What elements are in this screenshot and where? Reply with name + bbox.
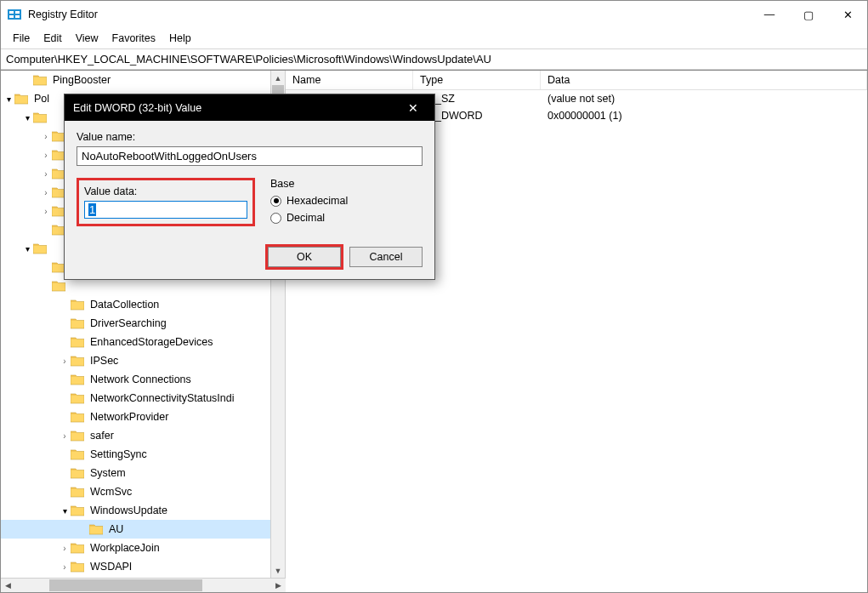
tree-label: [50, 248, 55, 249]
tree-label: EnhancedStorageDevices: [88, 335, 216, 349]
svg-rect-0: [8, 9, 21, 20]
scroll-right-icon[interactable]: ▶: [271, 579, 286, 592]
registry-editor-window: Registry Editor — ▢ ✕ File Edit View Fav…: [0, 0, 868, 593]
radio-dec-icon: [270, 213, 281, 224]
tree-node[interactable]: ›DriverSearching: [1, 314, 285, 333]
tree-label: Network Connections: [88, 373, 194, 386]
chevron-right-icon[interactable]: ›: [59, 562, 71, 572]
chevron-down-icon[interactable]: ▾: [3, 94, 14, 104]
chevron-down-icon[interactable]: ▾: [21, 244, 33, 254]
tree-label: AU: [106, 522, 126, 536]
tree-node[interactable]: ›WorkplaceJoin: [1, 539, 285, 557]
tree-label: PingBooster: [50, 73, 113, 87]
ok-button[interactable]: OK: [268, 247, 341, 267]
list-header: Name Type Data: [286, 71, 867, 90]
tree-node[interactable]: ▾WindowsUpdate: [1, 501, 285, 520]
tree-node[interactable]: ›WSDAPI: [1, 557, 285, 576]
tree-label: NetworkProvider: [88, 410, 171, 424]
radio-decimal[interactable]: Decimal: [270, 212, 423, 224]
close-button[interactable]: ✕: [828, 1, 867, 28]
tree-node[interactable]: ›WcmSvc: [1, 482, 285, 501]
tree-label: WSDAPI: [88, 560, 134, 573]
menu-edit[interactable]: Edit: [37, 30, 69, 47]
tree-horizontal-scrollbar[interactable]: ◀ ▶: [1, 578, 286, 592]
chevron-right-icon[interactable]: ›: [40, 188, 52, 197]
tree-label: Pol: [31, 92, 52, 105]
tree-node[interactable]: ›Network Connections: [1, 370, 285, 389]
tree-label: SettingSync: [88, 448, 150, 461]
tree-label: [69, 285, 74, 287]
base-label: Base: [270, 178, 423, 190]
scroll-left-icon[interactable]: ◀: [1, 579, 15, 592]
menu-favorites[interactable]: Favorites: [105, 30, 162, 47]
radio-hexadecimal[interactable]: Hexadecimal: [270, 195, 423, 207]
radio-hex-icon: [270, 196, 281, 207]
tree-label: NetworkConnectivityStatusIndi: [88, 391, 237, 405]
menu-file[interactable]: File: [6, 30, 37, 47]
dialog-titlebar[interactable]: Edit DWORD (32-bit) Value ✕: [65, 94, 434, 121]
scroll-down-icon[interactable]: ▼: [271, 563, 285, 578]
edit-dword-dialog: Edit DWORD (32-bit) Value ✕ Value name: …: [64, 94, 435, 280]
regedit-icon: [8, 8, 21, 21]
tree-label: WorkplaceJoin: [88, 541, 162, 555]
value-name-input[interactable]: [77, 146, 423, 166]
tree-label: DriverSearching: [88, 316, 169, 330]
chevron-right-icon[interactable]: ›: [40, 151, 52, 160]
tree-label: System: [88, 466, 128, 480]
tree-node[interactable]: ›safer: [1, 426, 285, 445]
minimize-button[interactable]: —: [750, 1, 789, 28]
tree-node[interactable]: ›SettingSync: [1, 445, 285, 464]
scroll-up-icon[interactable]: ▲: [271, 71, 285, 85]
tree-label: WindowsUpdate: [88, 504, 170, 517]
tree-label: DataCollection: [88, 298, 162, 311]
value-data-input[interactable]: 1: [84, 201, 247, 219]
tree-label: IPSec: [88, 354, 121, 368]
chevron-right-icon[interactable]: ›: [59, 544, 71, 553]
svg-rect-4: [15, 15, 20, 18]
menu-help[interactable]: Help: [162, 30, 198, 47]
menu-view[interactable]: View: [69, 30, 105, 47]
chevron-right-icon[interactable]: ›: [59, 356, 71, 366]
tree-node[interactable]: ›NetworkProvider: [1, 408, 285, 426]
tree-label: [50, 117, 55, 118]
value-data-label: Value data:: [84, 185, 247, 197]
col-data[interactable]: Data: [541, 71, 867, 89]
col-type[interactable]: Type: [413, 71, 541, 89]
tree-node[interactable]: ›IPSec: [1, 351, 285, 370]
dialog-title: Edit DWORD (32-bit) Value: [73, 102, 201, 114]
tree-node[interactable]: ›System: [1, 464, 285, 482]
chevron-down-icon[interactable]: ▾: [21, 113, 33, 123]
value-name-label: Value name:: [77, 131, 423, 143]
value-data-highlight: Value data: 1: [77, 178, 255, 226]
tree-node[interactable]: ›AU: [1, 520, 285, 539]
menubar: File Edit View Favorites Help: [1, 28, 867, 48]
tree-node[interactable]: ›EnhancedStorageDevices: [1, 333, 285, 351]
svg-rect-2: [15, 11, 20, 14]
hscroll-thumb[interactable]: [49, 579, 202, 591]
tree-node[interactable]: ›PingBooster: [1, 71, 285, 89]
maximize-button[interactable]: ▢: [789, 1, 828, 28]
svg-rect-3: [9, 15, 14, 18]
cancel-button[interactable]: Cancel: [349, 247, 423, 267]
tree-node[interactable]: ›NetworkConnectivityStatusIndi: [1, 389, 285, 408]
dialog-close-button[interactable]: ✕: [400, 101, 426, 115]
tree-label: safer: [88, 429, 116, 442]
col-name[interactable]: Name: [286, 71, 413, 89]
tree-node[interactable]: ›DataCollection: [1, 295, 285, 314]
chevron-right-icon[interactable]: ›: [59, 431, 71, 441]
chevron-right-icon[interactable]: ›: [40, 207, 52, 216]
tree-label: WcmSvc: [88, 485, 134, 499]
chevron-right-icon[interactable]: ›: [40, 132, 52, 141]
titlebar[interactable]: Registry Editor — ▢ ✕: [1, 1, 867, 28]
app-title: Registry Editor: [28, 9, 98, 20]
chevron-right-icon[interactable]: ›: [40, 169, 52, 179]
address-bar[interactable]: Computer\HKEY_LOCAL_MACHINE\SOFTWARE\Pol…: [1, 48, 867, 70]
svg-rect-1: [9, 11, 14, 14]
chevron-down-icon[interactable]: ▾: [59, 506, 71, 516]
